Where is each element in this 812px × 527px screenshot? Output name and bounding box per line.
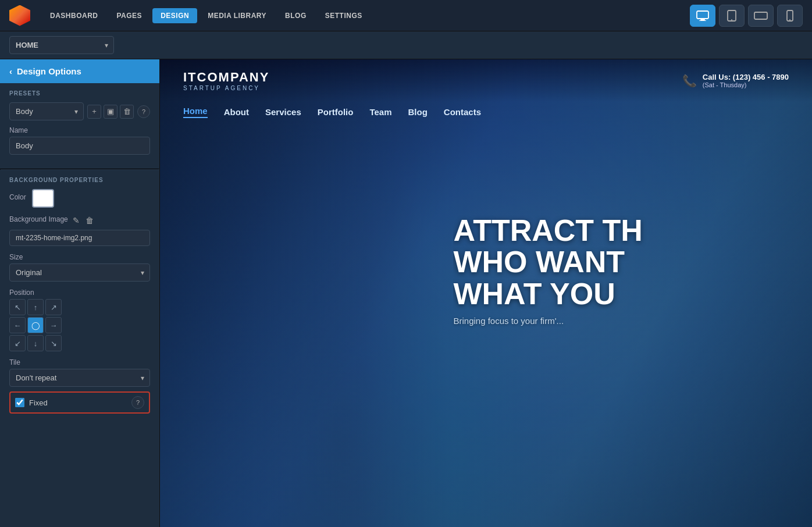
pos-top-center[interactable]: ↑ bbox=[27, 299, 44, 315]
pos-bot-right[interactable]: ↘ bbox=[45, 335, 62, 351]
phone-details: Call Us: (123) 456 - 7890 (Sat - Thusday… bbox=[703, 73, 789, 88]
nav-about[interactable]: About bbox=[224, 107, 249, 117]
hero-line-2: WHO WANT bbox=[453, 246, 800, 278]
size-select[interactable]: Original Cover Contain Auto bbox=[9, 264, 150, 282]
nav-settings[interactable]: SETTINGS bbox=[317, 8, 371, 23]
phone-number: Call Us: (123) 456 - 7890 bbox=[703, 73, 789, 81]
top-navigation: DASHBOARD PAGES DESIGN MEDIA LIBRARY BLO… bbox=[0, 0, 812, 31]
nav-team[interactable]: Team bbox=[369, 107, 391, 117]
nav-pages[interactable]: PAGES bbox=[109, 8, 151, 23]
nav-dashboard[interactable]: DASHBOARD bbox=[42, 8, 106, 23]
app-logo bbox=[9, 5, 30, 26]
tile-row: Tile Don't repeat Repeat Repeat-X Repeat… bbox=[9, 358, 150, 387]
viewport-tablet[interactable] bbox=[719, 5, 745, 27]
page-row: HOME ABOUT SERVICES BLOG CONTACT ▾ bbox=[0, 31, 812, 59]
nav-services[interactable]: Services bbox=[265, 107, 301, 117]
nav-media-library[interactable]: MEDIA LIBRARY bbox=[200, 8, 275, 23]
nav-blog[interactable]: Blog bbox=[408, 107, 427, 117]
color-label: Color bbox=[9, 193, 26, 201]
site-phone: 📞 Call Us: (123) 456 - 7890 (Sat - Thusd… bbox=[682, 73, 789, 88]
phone-icon: 📞 bbox=[682, 74, 697, 88]
position-grid: ↖ ↑ ↗ ← ◯ → ↙ ↓ ↘ bbox=[9, 299, 150, 351]
pos-bot-center[interactable]: ↓ bbox=[27, 335, 44, 351]
pos-mid-right[interactable]: → bbox=[45, 317, 62, 333]
page-selector-wrapper: HOME ABOUT SERVICES BLOG CONTACT ▾ bbox=[9, 36, 114, 54]
svg-point-7 bbox=[789, 19, 790, 20]
sidebar: ‹ Design Options Presets Body Header Foo… bbox=[0, 59, 160, 527]
tile-label: Tile bbox=[9, 358, 150, 366]
phone-hours: (Sat - Thusday) bbox=[703, 81, 789, 88]
nav-portfolio[interactable]: Portfolio bbox=[318, 107, 354, 117]
main-content: ‹ Design Options Presets Body Header Foo… bbox=[0, 59, 812, 527]
presets-title: Presets bbox=[9, 90, 150, 97]
preset-copy-icon[interactable]: ▣ bbox=[104, 105, 117, 119]
svg-rect-0 bbox=[697, 11, 708, 19]
presets-select[interactable]: Body Header Footer Section bbox=[9, 102, 84, 120]
viewport-switcher bbox=[690, 5, 803, 27]
site-logo: ITCOMPANY STARTUP AGENCY bbox=[183, 70, 682, 91]
name-label: Name bbox=[9, 126, 150, 134]
hero-line-3: WHAT YOU bbox=[453, 278, 800, 310]
back-arrow-icon: ‹ bbox=[9, 66, 12, 76]
background-properties-section: BACKGROUND PROPERTIES Color Background I… bbox=[0, 170, 159, 421]
site-header: ITCOMPANY STARTUP AGENCY 📞 Call Us: (123… bbox=[160, 59, 812, 102]
site-nav: Home About Services Portfolio Team Blog … bbox=[160, 106, 812, 118]
page-select[interactable]: HOME ABOUT SERVICES BLOG CONTACT bbox=[9, 36, 114, 54]
preview-frame: ITCOMPANY STARTUP AGENCY 📞 Call Us: (123… bbox=[160, 59, 812, 527]
pos-bot-left[interactable]: ↙ bbox=[9, 335, 26, 351]
hero-subtext: Bringing focus to your firm'... bbox=[453, 315, 800, 325]
bg-image-row: Background Image ✎ 🗑 bbox=[9, 215, 150, 226]
bg-image-edit-icon[interactable]: ✎ bbox=[72, 215, 81, 226]
presets-select-wrapper: Body Header Footer Section bbox=[9, 102, 84, 120]
bg-props-title: BACKGROUND PROPERTIES bbox=[9, 177, 150, 183]
preview-area: ITCOMPANY STARTUP AGENCY 📞 Call Us: (123… bbox=[160, 59, 812, 527]
presets-help-icon[interactable]: ? bbox=[137, 105, 150, 118]
hero-line-1: ATTRACT TH bbox=[453, 214, 800, 246]
svg-rect-5 bbox=[754, 12, 767, 19]
tile-select-wrapper: Don't repeat Repeat Repeat-X Repeat-Y bbox=[9, 369, 150, 387]
name-input[interactable] bbox=[9, 137, 150, 155]
preset-icons-group: + ▣ 🗑 bbox=[87, 105, 134, 119]
site-logo-name: ITCOMPANY bbox=[183, 70, 682, 85]
size-select-wrapper: Original Cover Contain Auto bbox=[9, 264, 150, 282]
presets-row: Body Header Footer Section + ▣ 🗑 ? bbox=[9, 102, 150, 120]
svg-point-4 bbox=[731, 19, 732, 20]
fixed-label: Fixed bbox=[29, 398, 48, 407]
pos-top-left[interactable]: ↖ bbox=[9, 299, 26, 315]
preset-delete-icon[interactable]: 🗑 bbox=[120, 105, 134, 119]
design-options-header[interactable]: ‹ Design Options bbox=[0, 59, 159, 83]
fixed-checkbox[interactable] bbox=[15, 398, 24, 407]
site-logo-sub: STARTUP AGENCY bbox=[183, 85, 682, 91]
nav-home[interactable]: Home bbox=[183, 106, 208, 118]
pos-top-right[interactable]: ↗ bbox=[45, 299, 62, 315]
hero-text: ATTRACT TH WHO WANT WHAT YOU Bringing fo… bbox=[453, 214, 812, 325]
color-swatch[interactable] bbox=[32, 189, 54, 208]
bg-image-label: Background Image bbox=[9, 215, 68, 223]
presets-section: Presets Body Header Footer Section + ▣ 🗑… bbox=[0, 83, 159, 169]
bg-image-delete-icon[interactable]: 🗑 bbox=[84, 215, 95, 226]
name-field-row: Name bbox=[9, 126, 150, 155]
size-label: Size bbox=[9, 253, 150, 261]
size-row: Size Original Cover Contain Auto bbox=[9, 253, 150, 282]
svg-rect-1 bbox=[700, 19, 705, 20]
tile-select[interactable]: Don't repeat Repeat Repeat-X Repeat-Y bbox=[9, 369, 150, 387]
preset-add-icon[interactable]: + bbox=[87, 105, 101, 119]
viewport-mobile[interactable] bbox=[777, 5, 803, 27]
nav-blog[interactable]: BLOG bbox=[277, 8, 315, 23]
color-row: Color bbox=[9, 189, 150, 208]
position-row: Position ↖ ↑ ↗ ← ◯ → ↙ ↓ ↘ bbox=[9, 289, 150, 351]
fixed-row: Fixed ? bbox=[9, 391, 150, 414]
nav-links: DASHBOARD PAGES DESIGN MEDIA LIBRARY BLO… bbox=[42, 8, 690, 23]
svg-rect-2 bbox=[699, 20, 706, 21]
pos-mid-left[interactable]: ← bbox=[9, 317, 26, 333]
position-label: Position bbox=[9, 289, 150, 297]
viewport-desktop[interactable] bbox=[690, 5, 715, 27]
design-options-label: Design Options bbox=[17, 66, 81, 76]
viewport-widescreen[interactable] bbox=[748, 5, 774, 27]
nav-design[interactable]: DESIGN bbox=[152, 8, 197, 23]
pos-mid-center[interactable]: ◯ bbox=[27, 317, 44, 333]
fixed-help-icon[interactable]: ? bbox=[131, 396, 144, 409]
bg-image-filename[interactable] bbox=[9, 230, 150, 246]
nav-contacts[interactable]: Contacts bbox=[444, 107, 481, 117]
